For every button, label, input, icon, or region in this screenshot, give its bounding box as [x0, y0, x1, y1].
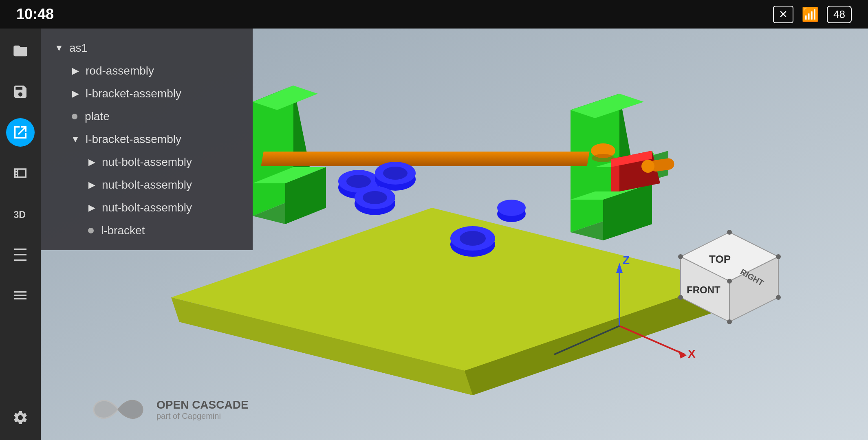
tree-item-nut-bolt-assembly-3[interactable]: ▶ nut-bolt-assembly	[53, 196, 240, 219]
chevron-right-icon: ▶	[86, 202, 98, 214]
svg-marker-19	[595, 167, 611, 191]
tree-item-l-bracket-assembly-2[interactable]: ▼ l-bracket-assembly	[53, 128, 240, 151]
tree-item-l-bracket[interactable]: l-bracket	[53, 219, 240, 242]
chevron-down-icon: ▼	[69, 133, 82, 145]
wifi-icon: 📶	[802, 6, 819, 22]
svg-point-43	[641, 160, 654, 173]
tree-item-label: rod-assembly	[86, 64, 154, 77]
tree-item-plate[interactable]: plate	[53, 105, 240, 128]
sidebar: 3D	[0, 29, 41, 440]
sidebar-item-structure[interactable]	[6, 118, 35, 147]
tree-panel: ▼ as1 ▶ rod-assembly ▶ l-bracket-assembl…	[41, 29, 253, 250]
tree-item-label: nut-bolt-assembly	[102, 201, 192, 214]
chevron-right-icon: ▶	[69, 65, 82, 77]
tree-item-label: as1	[69, 42, 88, 55]
svg-text:3D: 3D	[13, 209, 26, 220]
svg-point-57	[678, 254, 683, 259]
tree-item-label: nut-bolt-assembly	[102, 156, 192, 169]
open-cascade-logo-icon	[90, 391, 147, 428]
logo: OPEN CASCADE part of Capgemini	[90, 391, 249, 428]
sidebar-item-folder[interactable]	[6, 37, 35, 65]
sidebar-item-save[interactable]	[6, 77, 35, 106]
dot-icon	[72, 114, 77, 119]
tree-item-l-bracket-assembly-1[interactable]: ▶ l-bracket-assembly	[53, 82, 240, 105]
logo-text: OPEN CASCADE part of Capgemini	[156, 398, 249, 421]
svg-point-60	[727, 279, 732, 284]
tree-item-label: l-bracket-assembly	[86, 133, 181, 146]
svg-point-59	[776, 254, 781, 259]
svg-point-33	[363, 191, 387, 204]
sidebar-item-settings[interactable]	[6, 403, 35, 432]
svg-text:FRONT: FRONT	[687, 284, 720, 295]
tree-item-label: plate	[85, 110, 110, 123]
svg-point-58	[727, 230, 732, 235]
svg-point-36	[460, 231, 486, 246]
dot-icon	[88, 228, 94, 233]
sidebar-item-dimension[interactable]	[6, 281, 35, 310]
svg-point-30	[383, 167, 408, 180]
tree-item-nut-bolt-assembly-2[interactable]: ▶ nut-bolt-assembly	[53, 174, 240, 196]
svg-text:Z: Z	[623, 254, 630, 266]
svg-point-63	[727, 319, 732, 324]
chevron-right-icon: ▶	[69, 88, 82, 100]
close-icon[interactable]: ✕	[773, 6, 793, 23]
status-bar: ✕ 📶 48	[773, 6, 852, 23]
svg-point-38	[497, 200, 526, 216]
svg-point-27	[346, 175, 371, 188]
tree-item-rod-assembly[interactable]: ▶ rod-assembly	[53, 59, 240, 82]
svg-text:X: X	[688, 348, 696, 360]
chevron-right-icon: ▶	[86, 156, 98, 168]
chevron-down-icon: ▼	[53, 42, 65, 54]
tree-item-as1[interactable]: ▼ as1	[53, 37, 240, 59]
topbar: 10:48 ✕ 📶 48	[0, 0, 868, 29]
svg-point-61	[678, 295, 683, 300]
svg-text:TOP: TOP	[709, 253, 731, 265]
tree-item-label: nut-bolt-assembly	[102, 178, 192, 191]
svg-point-24	[592, 154, 615, 162]
tree-item-label: l-bracket	[101, 224, 145, 237]
clock: 10:48	[16, 6, 54, 23]
chevron-right-icon: ▶	[86, 179, 98, 191]
svg-point-62	[776, 295, 781, 300]
sidebar-item-3d[interactable]: 3D	[6, 200, 35, 228]
svg-rect-22	[261, 152, 589, 166]
battery-icon: 48	[827, 6, 852, 23]
tree-item-label: l-bracket-assembly	[86, 87, 181, 100]
sidebar-item-split[interactable]	[6, 240, 35, 269]
tree-item-nut-bolt-assembly-1[interactable]: ▶ nut-bolt-assembly	[53, 151, 240, 174]
sidebar-item-frames[interactable]	[6, 159, 35, 187]
